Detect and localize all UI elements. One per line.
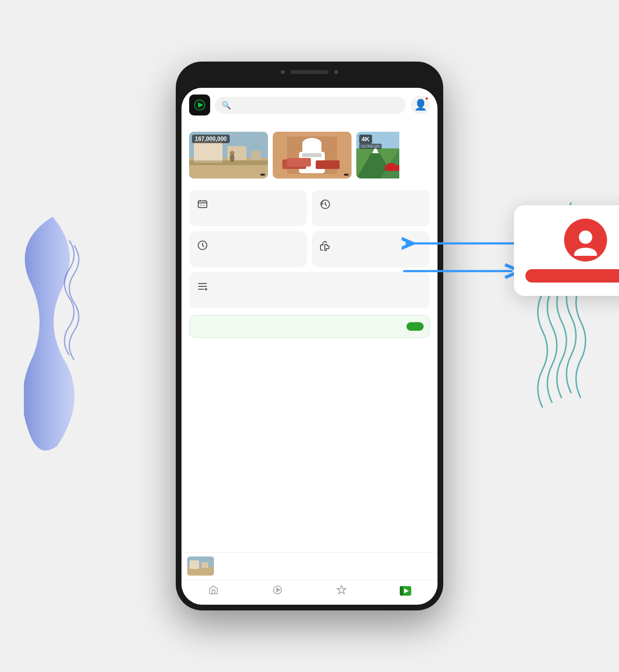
svg-rect-8 [189,160,268,165]
video-card-2[interactable] [273,132,352,182]
signin-button[interactable] [406,322,424,331]
video-thumb-2 [273,132,352,178]
login-button[interactable] [525,269,619,283]
video-duration-1 [260,174,265,176]
svg-point-10 [230,151,235,156]
svg-point-51 [579,231,592,244]
svg-rect-18 [287,158,311,167]
svg-rect-29 [198,201,207,208]
svg-rect-42 [190,560,199,569]
grid-item-watch-later[interactable] [189,231,307,267]
svg-rect-14 [302,142,321,152]
grid-item-history[interactable] [312,190,430,226]
svg-rect-16 [302,153,321,157]
signin-banner [189,315,430,338]
local-history-section-header [181,122,438,132]
video-views-badge: 167,000,000 [192,135,230,143]
mini-player-bar[interactable] [181,552,438,579]
arrow-right-annotation [402,262,516,281]
phone-shell: 🔍 👤 [176,62,443,610]
history-icon [320,199,331,213]
liked-videos-icon [320,240,331,254]
svg-rect-5 [194,141,223,163]
notch-dot-2 [334,70,338,74]
notch-dot-1 [281,70,285,74]
nav-item-points[interactable] [310,580,374,605]
video-card-3[interactable]: 4K ULTRA HD [356,132,399,182]
svg-rect-48 [400,586,403,596]
shorts-icon [272,585,283,598]
playlist-icon [197,281,208,295]
login-popup [514,205,619,296]
login-avatar-circle [564,219,607,262]
svg-rect-43 [202,562,208,568]
video-duration-2 [344,174,349,176]
wave-left-decoration [24,212,81,460]
app-logo[interactable] [189,94,210,116]
app-header: 🔍 👤 [181,88,438,122]
search-icon: 🔍 [222,101,231,110]
screen-content: 167,000,000 [181,122,438,552]
points-icon [336,585,347,598]
svg-rect-28 [387,163,395,167]
nav-item-my-videos[interactable] [374,580,438,605]
app-screen: 🔍 👤 [181,88,438,605]
profile-button[interactable]: 👤 [411,95,430,115]
home-icon [208,585,219,598]
notification-dot [425,96,429,101]
video-card-1[interactable]: 167,000,000 [189,132,268,182]
video-thumb-3: 4K ULTRA HD [356,132,399,178]
svg-rect-7 [251,151,261,160]
grid-menu [181,188,438,313]
phone-notch [281,70,338,74]
svg-rect-19 [316,160,340,169]
history-video-scroll[interactable]: 167,000,000 [181,132,438,188]
nav-item-shorts[interactable] [245,580,310,605]
grid-item-subscriptions[interactable] [189,190,307,226]
bottom-nav [181,579,438,605]
arrow-left-annotation [402,234,516,253]
mini-player-thumbnail [187,556,214,576]
profile-icon: 👤 [414,99,427,111]
video-4k-badge: 4K ULTRA HD [359,135,382,149]
video-thumb-1: 167,000,000 [189,132,268,178]
subscriptions-icon [197,199,208,213]
search-bar[interactable]: 🔍 [215,97,406,114]
nav-item-home[interactable] [181,580,245,605]
notch-speaker [290,70,329,74]
svg-point-52 [574,248,597,256]
watch-later-icon [197,240,208,254]
my-videos-icon [399,585,412,599]
svg-marker-45 [277,588,279,591]
grid-item-playlist[interactable] [189,272,430,308]
